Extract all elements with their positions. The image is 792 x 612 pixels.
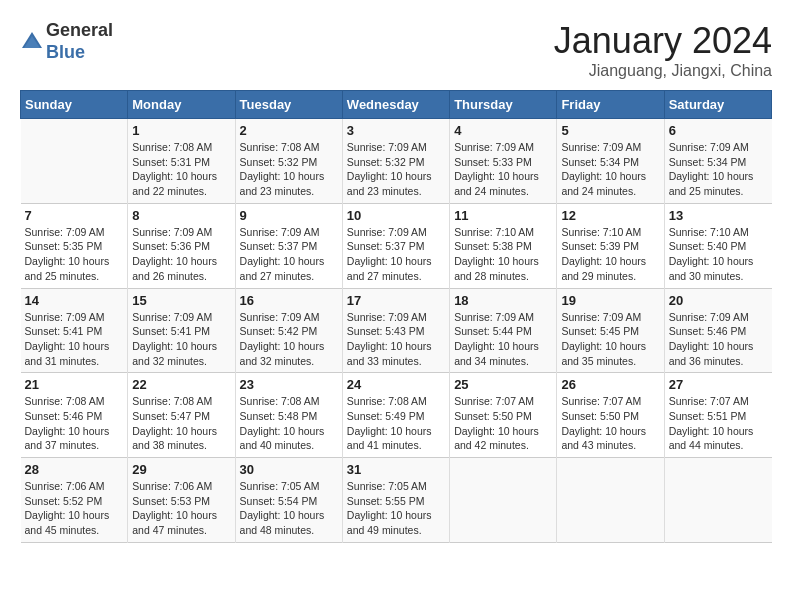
day-number: 7 xyxy=(25,208,124,223)
day-info: Sunrise: 7:05 AM Sunset: 5:54 PM Dayligh… xyxy=(240,479,338,538)
day-info: Sunrise: 7:09 AM Sunset: 5:37 PM Dayligh… xyxy=(240,225,338,284)
logo-general: General xyxy=(46,20,113,40)
calendar-cell: 23Sunrise: 7:08 AM Sunset: 5:48 PM Dayli… xyxy=(235,373,342,458)
weekday-header: Thursday xyxy=(450,91,557,119)
calendar-cell xyxy=(21,119,128,204)
day-info: Sunrise: 7:07 AM Sunset: 5:50 PM Dayligh… xyxy=(454,394,552,453)
day-number: 3 xyxy=(347,123,445,138)
calendar-cell: 8Sunrise: 7:09 AM Sunset: 5:36 PM Daylig… xyxy=(128,203,235,288)
day-info: Sunrise: 7:09 AM Sunset: 5:34 PM Dayligh… xyxy=(561,140,659,199)
day-info: Sunrise: 7:10 AM Sunset: 5:38 PM Dayligh… xyxy=(454,225,552,284)
calendar-cell xyxy=(664,458,771,543)
calendar-cell: 27Sunrise: 7:07 AM Sunset: 5:51 PM Dayli… xyxy=(664,373,771,458)
calendar-cell: 13Sunrise: 7:10 AM Sunset: 5:40 PM Dayli… xyxy=(664,203,771,288)
day-info: Sunrise: 7:09 AM Sunset: 5:34 PM Dayligh… xyxy=(669,140,768,199)
weekday-header: Tuesday xyxy=(235,91,342,119)
calendar-cell: 10Sunrise: 7:09 AM Sunset: 5:37 PM Dayli… xyxy=(342,203,449,288)
weekday-header: Friday xyxy=(557,91,664,119)
calendar-week-row: 14Sunrise: 7:09 AM Sunset: 5:41 PM Dayli… xyxy=(21,288,772,373)
calendar-cell: 5Sunrise: 7:09 AM Sunset: 5:34 PM Daylig… xyxy=(557,119,664,204)
day-info: Sunrise: 7:09 AM Sunset: 5:43 PM Dayligh… xyxy=(347,310,445,369)
calendar-cell: 15Sunrise: 7:09 AM Sunset: 5:41 PM Dayli… xyxy=(128,288,235,373)
day-number: 17 xyxy=(347,293,445,308)
day-number: 22 xyxy=(132,377,230,392)
day-info: Sunrise: 7:09 AM Sunset: 5:44 PM Dayligh… xyxy=(454,310,552,369)
calendar-cell: 9Sunrise: 7:09 AM Sunset: 5:37 PM Daylig… xyxy=(235,203,342,288)
day-number: 18 xyxy=(454,293,552,308)
calendar-cell: 21Sunrise: 7:08 AM Sunset: 5:46 PM Dayli… xyxy=(21,373,128,458)
day-info: Sunrise: 7:09 AM Sunset: 5:41 PM Dayligh… xyxy=(132,310,230,369)
day-number: 21 xyxy=(25,377,124,392)
calendar-cell: 20Sunrise: 7:09 AM Sunset: 5:46 PM Dayli… xyxy=(664,288,771,373)
day-info: Sunrise: 7:08 AM Sunset: 5:31 PM Dayligh… xyxy=(132,140,230,199)
day-info: Sunrise: 7:05 AM Sunset: 5:55 PM Dayligh… xyxy=(347,479,445,538)
day-info: Sunrise: 7:06 AM Sunset: 5:53 PM Dayligh… xyxy=(132,479,230,538)
day-info: Sunrise: 7:08 AM Sunset: 5:47 PM Dayligh… xyxy=(132,394,230,453)
calendar-cell: 28Sunrise: 7:06 AM Sunset: 5:52 PM Dayli… xyxy=(21,458,128,543)
day-number: 4 xyxy=(454,123,552,138)
day-info: Sunrise: 7:08 AM Sunset: 5:32 PM Dayligh… xyxy=(240,140,338,199)
calendar-cell: 25Sunrise: 7:07 AM Sunset: 5:50 PM Dayli… xyxy=(450,373,557,458)
day-number: 25 xyxy=(454,377,552,392)
day-info: Sunrise: 7:09 AM Sunset: 5:41 PM Dayligh… xyxy=(25,310,124,369)
day-info: Sunrise: 7:07 AM Sunset: 5:51 PM Dayligh… xyxy=(669,394,768,453)
calendar-cell: 6Sunrise: 7:09 AM Sunset: 5:34 PM Daylig… xyxy=(664,119,771,204)
day-number: 26 xyxy=(561,377,659,392)
day-number: 15 xyxy=(132,293,230,308)
weekday-header: Monday xyxy=(128,91,235,119)
day-info: Sunrise: 7:10 AM Sunset: 5:40 PM Dayligh… xyxy=(669,225,768,284)
day-info: Sunrise: 7:09 AM Sunset: 5:36 PM Dayligh… xyxy=(132,225,230,284)
weekday-header: Saturday xyxy=(664,91,771,119)
weekday-header: Wednesday xyxy=(342,91,449,119)
day-info: Sunrise: 7:09 AM Sunset: 5:37 PM Dayligh… xyxy=(347,225,445,284)
day-number: 2 xyxy=(240,123,338,138)
calendar-week-row: 28Sunrise: 7:06 AM Sunset: 5:52 PM Dayli… xyxy=(21,458,772,543)
logo-icon xyxy=(20,30,44,54)
calendar-cell: 7Sunrise: 7:09 AM Sunset: 5:35 PM Daylig… xyxy=(21,203,128,288)
day-info: Sunrise: 7:08 AM Sunset: 5:49 PM Dayligh… xyxy=(347,394,445,453)
calendar-cell xyxy=(557,458,664,543)
calendar-cell: 11Sunrise: 7:10 AM Sunset: 5:38 PM Dayli… xyxy=(450,203,557,288)
weekday-header: Sunday xyxy=(21,91,128,119)
day-info: Sunrise: 7:09 AM Sunset: 5:32 PM Dayligh… xyxy=(347,140,445,199)
calendar-table: SundayMondayTuesdayWednesdayThursdayFrid… xyxy=(20,90,772,543)
day-number: 14 xyxy=(25,293,124,308)
calendar-cell: 16Sunrise: 7:09 AM Sunset: 5:42 PM Dayli… xyxy=(235,288,342,373)
day-number: 19 xyxy=(561,293,659,308)
day-number: 1 xyxy=(132,123,230,138)
day-info: Sunrise: 7:09 AM Sunset: 5:35 PM Dayligh… xyxy=(25,225,124,284)
calendar-cell: 3Sunrise: 7:09 AM Sunset: 5:32 PM Daylig… xyxy=(342,119,449,204)
day-number: 20 xyxy=(669,293,768,308)
day-info: Sunrise: 7:06 AM Sunset: 5:52 PM Dayligh… xyxy=(25,479,124,538)
calendar-cell: 14Sunrise: 7:09 AM Sunset: 5:41 PM Dayli… xyxy=(21,288,128,373)
day-info: Sunrise: 7:09 AM Sunset: 5:42 PM Dayligh… xyxy=(240,310,338,369)
day-number: 10 xyxy=(347,208,445,223)
calendar-week-row: 7Sunrise: 7:09 AM Sunset: 5:35 PM Daylig… xyxy=(21,203,772,288)
day-info: Sunrise: 7:08 AM Sunset: 5:46 PM Dayligh… xyxy=(25,394,124,453)
calendar-cell: 29Sunrise: 7:06 AM Sunset: 5:53 PM Dayli… xyxy=(128,458,235,543)
calendar-cell: 12Sunrise: 7:10 AM Sunset: 5:39 PM Dayli… xyxy=(557,203,664,288)
day-number: 13 xyxy=(669,208,768,223)
day-number: 16 xyxy=(240,293,338,308)
calendar-cell: 26Sunrise: 7:07 AM Sunset: 5:50 PM Dayli… xyxy=(557,373,664,458)
page-header: General Blue January 2024 Jianguang, Jia… xyxy=(20,20,772,80)
calendar-cell: 17Sunrise: 7:09 AM Sunset: 5:43 PM Dayli… xyxy=(342,288,449,373)
title-block: January 2024 Jianguang, Jiangxi, China xyxy=(554,20,772,80)
calendar-cell: 19Sunrise: 7:09 AM Sunset: 5:45 PM Dayli… xyxy=(557,288,664,373)
calendar-cell xyxy=(450,458,557,543)
day-info: Sunrise: 7:10 AM Sunset: 5:39 PM Dayligh… xyxy=(561,225,659,284)
day-number: 11 xyxy=(454,208,552,223)
calendar-cell: 22Sunrise: 7:08 AM Sunset: 5:47 PM Dayli… xyxy=(128,373,235,458)
day-number: 23 xyxy=(240,377,338,392)
day-info: Sunrise: 7:09 AM Sunset: 5:46 PM Dayligh… xyxy=(669,310,768,369)
day-info: Sunrise: 7:08 AM Sunset: 5:48 PM Dayligh… xyxy=(240,394,338,453)
calendar-cell: 31Sunrise: 7:05 AM Sunset: 5:55 PM Dayli… xyxy=(342,458,449,543)
day-number: 24 xyxy=(347,377,445,392)
calendar-cell: 24Sunrise: 7:08 AM Sunset: 5:49 PM Dayli… xyxy=(342,373,449,458)
calendar-cell: 18Sunrise: 7:09 AM Sunset: 5:44 PM Dayli… xyxy=(450,288,557,373)
day-info: Sunrise: 7:07 AM Sunset: 5:50 PM Dayligh… xyxy=(561,394,659,453)
day-number: 5 xyxy=(561,123,659,138)
day-number: 28 xyxy=(25,462,124,477)
location: Jianguang, Jiangxi, China xyxy=(554,62,772,80)
calendar-week-row: 1Sunrise: 7:08 AM Sunset: 5:31 PM Daylig… xyxy=(21,119,772,204)
